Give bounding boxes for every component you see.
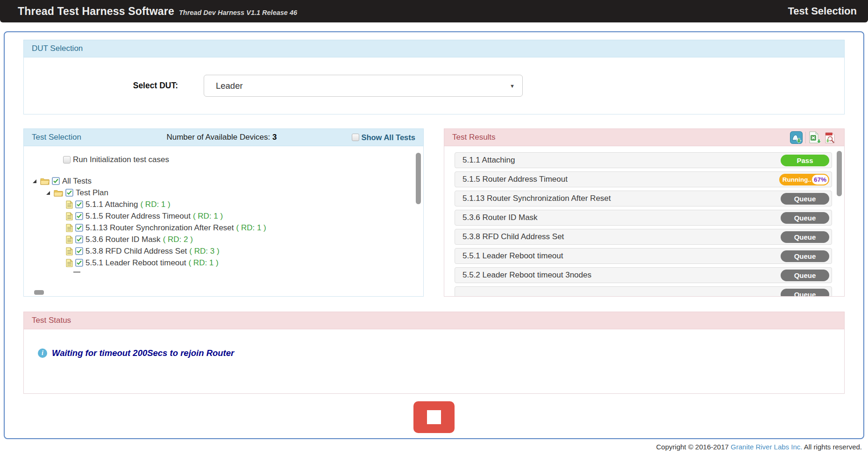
test-status-body: i Waiting for timeout 200Secs to rejoin … bbox=[23, 329, 845, 394]
test-plan-label: Test Plan bbox=[76, 188, 108, 198]
running-label: Running.. bbox=[783, 176, 811, 183]
test-rd-count: ( RD: 1 ) bbox=[193, 212, 223, 221]
wireshark-capture-download-icon[interactable] bbox=[790, 131, 803, 144]
test-plan-checkbox[interactable] bbox=[65, 189, 73, 197]
excel-report-download-icon[interactable] bbox=[809, 131, 822, 144]
test-name: 5.1.5 Router Address Timeout bbox=[85, 212, 191, 221]
show-all-tests-label: Show All Tests bbox=[361, 133, 415, 142]
test-rd-count: ( RD: 1 ) bbox=[140, 200, 170, 209]
status-badge: Queue bbox=[781, 289, 829, 297]
test-results-vertical-scrollbar[interactable] bbox=[837, 151, 842, 196]
test-checkbox[interactable] bbox=[75, 235, 83, 243]
all-tests-label: All Tests bbox=[62, 177, 92, 186]
middle-row: Test Selection Number of Available Devic… bbox=[23, 128, 845, 297]
all-tests-checkbox[interactable] bbox=[52, 177, 60, 185]
test-name: 5.1.1 Attaching bbox=[85, 200, 138, 209]
test-result-row[interactable]: 5.1.5 Router Address Timeout Running..67… bbox=[455, 171, 832, 187]
footer: Copyright © 2016-2017 Granite River Labs… bbox=[0, 439, 868, 451]
devices-label-text: Number of Available Devices: bbox=[166, 133, 272, 142]
result-test-name: 5.1.1 Attaching bbox=[462, 156, 515, 165]
test-name: 5.3.8 RFD Child Address Set bbox=[85, 247, 187, 256]
result-test-name: 5.3.8 RFD Child Address Set bbox=[462, 232, 564, 242]
test-tree-vertical-scrollbar[interactable] bbox=[416, 153, 421, 204]
file-icon bbox=[66, 235, 73, 244]
test-selection-title: Test Selection bbox=[32, 133, 151, 142]
status-message: Waiting for timeout 200Secs to rejoin Ro… bbox=[52, 348, 234, 358]
test-name: 5.1.13 Router Synchronization After Rese… bbox=[85, 223, 234, 233]
tree-item-test-plan[interactable]: Test Plan bbox=[46, 187, 423, 199]
test-tree-horizontal-scrollbar[interactable] bbox=[34, 290, 44, 295]
test-results-list: 5.1.1 Attaching Pass 5.1.5 Router Addres… bbox=[444, 146, 845, 297]
show-all-tests-checkbox[interactable] bbox=[352, 134, 359, 141]
main-container: DUT Selection Select DUT: Leader ▼ Test … bbox=[4, 31, 864, 439]
collapse-arrow-icon[interactable] bbox=[46, 191, 50, 195]
status-badge: Running..67% bbox=[779, 174, 829, 185]
file-icon bbox=[66, 200, 73, 209]
tree-item-test[interactable]: 5.3.6 Router ID Mask ( RD: 2 ) bbox=[66, 234, 423, 245]
test-checkbox[interactable] bbox=[75, 259, 83, 267]
page-title: Test Selection bbox=[788, 5, 857, 17]
rights-text: All rights reserved. bbox=[804, 443, 862, 451]
status-badge: Queue bbox=[781, 231, 829, 243]
tree-item-test[interactable]: 5.1.5 Router Address Timeout ( RD: 1 ) bbox=[66, 210, 423, 222]
run-initialization-label: Run Initialization test cases bbox=[73, 155, 169, 164]
dut-select-dropdown[interactable]: Leader ▼ bbox=[204, 75, 523, 97]
file-icon bbox=[66, 224, 73, 232]
file-icon bbox=[66, 259, 73, 267]
test-result-row[interactable]: 5.5.2 Leader Reboot timeout 3nodes Queue bbox=[455, 267, 832, 283]
dut-selection-panel: DUT Selection Select DUT: Leader ▼ bbox=[23, 40, 845, 114]
test-result-row[interactable]: 5.3.6 Router ID Mask Queue bbox=[455, 210, 832, 226]
dut-selection-title: DUT Selection bbox=[32, 44, 83, 53]
test-results-panel: Test Results 5.1.1 Attaching bbox=[444, 128, 845, 297]
status-badge: Queue bbox=[781, 193, 829, 205]
test-rd-count: ( RD: 1 ) bbox=[188, 258, 218, 268]
status-badge: Pass bbox=[781, 155, 829, 166]
dut-selection-header: DUT Selection bbox=[23, 40, 845, 57]
test-status-title: Test Status bbox=[32, 316, 71, 325]
folder-icon bbox=[54, 189, 63, 197]
test-result-row[interactable]: 5.1.1 Attaching Pass bbox=[455, 152, 832, 168]
tree-item-all-tests[interactable]: All Tests bbox=[33, 175, 423, 187]
stop-icon bbox=[427, 410, 441, 424]
result-test-name: 5.1.5 Router Address Timeout bbox=[462, 175, 568, 184]
test-status-header: Test Status bbox=[23, 312, 845, 329]
test-result-row[interactable]: 5.5.1 Leader Reboot timeout Queue bbox=[455, 248, 832, 264]
test-result-row[interactable]: 5.1.13 Router Synchronization After Rese… bbox=[455, 191, 832, 206]
chevron-down-icon: ▼ bbox=[510, 83, 515, 89]
test-checkbox[interactable] bbox=[75, 200, 83, 208]
status-badge: Queue bbox=[781, 212, 829, 224]
run-initialization-checkbox[interactable] bbox=[63, 156, 71, 164]
select-dut-label: Select DUT: bbox=[24, 81, 178, 91]
test-result-row[interactable]: Queue bbox=[455, 286, 832, 297]
file-icon bbox=[66, 247, 73, 256]
test-checkbox[interactable] bbox=[75, 247, 83, 255]
test-name: 5.5.1 Leader Reboot timeout bbox=[85, 258, 186, 268]
test-selection-panel: Test Selection Number of Available Devic… bbox=[23, 128, 424, 297]
run-initialization-row: Run Initialization test cases bbox=[63, 154, 423, 165]
test-checkbox[interactable] bbox=[75, 212, 83, 220]
stop-button[interactable] bbox=[413, 401, 455, 433]
tree-item-test[interactable]: 5.5.1 Leader Reboot timeout ( RD: 1 ) bbox=[66, 257, 423, 269]
test-selection-header: Test Selection Number of Available Devic… bbox=[23, 128, 424, 146]
devices-count-value: 3 bbox=[272, 133, 277, 142]
info-icon: i bbox=[38, 348, 47, 358]
tree-item-test[interactable]: 5.1.13 Router Synchronization After Rese… bbox=[66, 222, 423, 234]
test-tree-body: Run Initialization test cases All Tests … bbox=[23, 146, 424, 297]
pdf-report-download-icon[interactable] bbox=[824, 131, 836, 144]
show-all-tests-control: Show All Tests bbox=[292, 133, 415, 142]
tree-item-test[interactable]: 5.1.1 Attaching ( RD: 1 ) bbox=[66, 199, 423, 210]
tree-test-list: 5.1.1 Attaching ( RD: 1 ) 5.1.5 Router A… bbox=[31, 199, 423, 269]
collapse-arrow-icon[interactable] bbox=[33, 179, 36, 183]
dut-selection-body: Select DUT: Leader ▼ bbox=[23, 57, 845, 114]
icon-divider bbox=[805, 132, 806, 143]
test-name: 5.3.6 Router ID Mask bbox=[85, 235, 161, 244]
granite-river-labs-link[interactable]: Granite River Labs Inc. bbox=[731, 443, 802, 451]
partial-tree-item bbox=[73, 271, 80, 273]
test-result-row[interactable]: 5.3.8 RFD Child Address Set Queue bbox=[455, 229, 832, 245]
tree-item-test[interactable]: 5.3.8 RFD Child Address Set ( RD: 3 ) bbox=[66, 245, 423, 257]
app-title: Thread Test Harness Software bbox=[18, 5, 174, 18]
test-checkbox[interactable] bbox=[75, 224, 83, 232]
copyright-text: Copyright © 2016-2017 bbox=[656, 443, 729, 451]
progress-percent: 67% bbox=[812, 175, 828, 185]
test-rd-count: ( RD: 1 ) bbox=[236, 223, 266, 233]
